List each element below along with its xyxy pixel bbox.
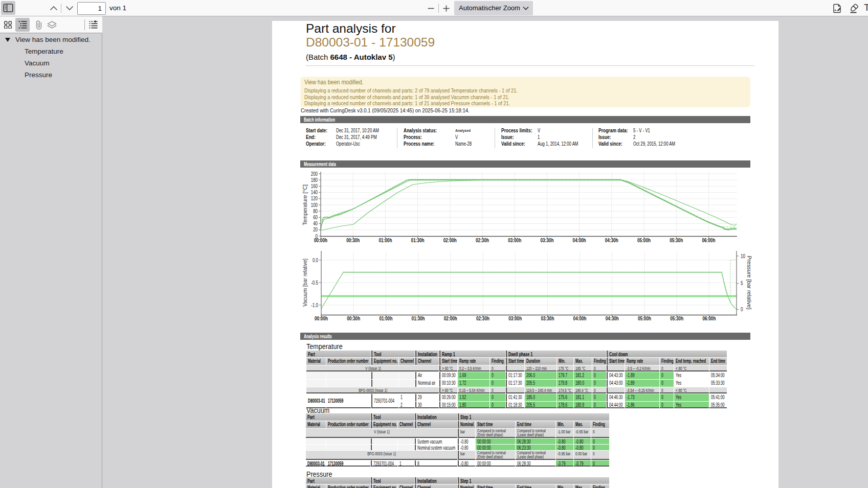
svg-text:0.0: 0.0: [313, 258, 318, 263]
svg-text:03:00h: 03:00h: [508, 316, 522, 321]
svg-text:05:00h: 05:00h: [638, 316, 651, 321]
svg-text:05:30h: 05:30h: [670, 238, 683, 243]
svg-text:04:30h: 04:30h: [606, 316, 619, 321]
svg-text:04:30h: 04:30h: [605, 238, 618, 243]
svg-text:-1.0: -1.0: [311, 303, 318, 308]
svg-text:Vacuum [bar relative]: Vacuum [bar relative]: [302, 259, 308, 307]
svg-text:140: 140: [311, 190, 318, 195]
svg-text:02:00h: 02:00h: [443, 238, 457, 243]
svg-text:02:00h: 02:00h: [444, 316, 457, 321]
svg-text:120: 120: [311, 196, 318, 201]
svg-text:00:00h: 00:00h: [314, 238, 327, 243]
svg-text:02:30h: 02:30h: [476, 238, 489, 243]
svg-text:01:00h: 01:00h: [379, 238, 392, 243]
svg-text:40: 40: [313, 221, 318, 226]
svg-text:00:30h: 00:30h: [346, 238, 360, 243]
svg-text:160: 160: [311, 183, 318, 189]
svg-text:20: 20: [313, 227, 318, 233]
svg-text:03:30h: 03:30h: [541, 316, 554, 321]
svg-text:06:00h: 06:00h: [702, 238, 715, 243]
svg-text:-0.5: -0.5: [311, 280, 318, 286]
svg-text:03:30h: 03:30h: [540, 238, 553, 243]
svg-text:60: 60: [313, 215, 318, 220]
svg-text:00:00h: 00:00h: [315, 316, 328, 321]
svg-text:05:00h: 05:00h: [637, 238, 651, 243]
svg-text:100: 100: [311, 202, 318, 208]
svg-text:02:30h: 02:30h: [476, 316, 489, 321]
svg-text:Pressure [bar relative]: Pressure [bar relative]: [746, 256, 752, 310]
svg-text:01:30h: 01:30h: [412, 316, 425, 321]
svg-text:180: 180: [311, 177, 318, 183]
svg-text:200: 200: [311, 171, 318, 177]
svg-text:04:00h: 04:00h: [573, 316, 587, 321]
svg-text:00:30h: 00:30h: [347, 316, 360, 321]
svg-text:01:30h: 01:30h: [411, 238, 425, 243]
svg-text:03:00h: 03:00h: [508, 238, 521, 243]
svg-text:80: 80: [313, 208, 318, 214]
svg-text:06:00h: 06:00h: [702, 316, 716, 321]
svg-text:05:30h: 05:30h: [670, 316, 683, 321]
svg-text:10: 10: [741, 253, 745, 259]
svg-text:Temperature [°C]: Temperature [°C]: [302, 184, 308, 225]
svg-text:04:00h: 04:00h: [573, 238, 586, 243]
svg-text:0: 0: [741, 307, 743, 312]
svg-text:01:00h: 01:00h: [379, 316, 392, 321]
svg-text:5: 5: [741, 281, 743, 286]
